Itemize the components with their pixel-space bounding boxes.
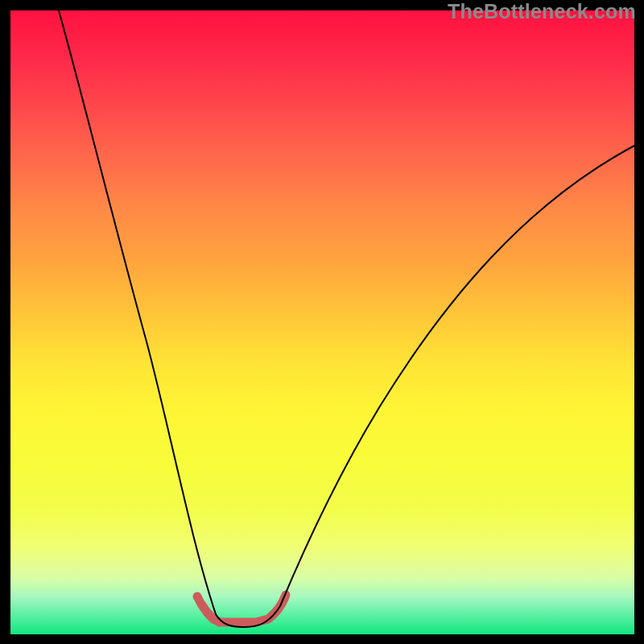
curve-layer — [10, 10, 634, 634]
bottleneck-curve — [59, 10, 634, 627]
plot-area — [10, 10, 634, 634]
chart-stage: TheBottleneck.com — [0, 0, 644, 644]
watermark-text: TheBottleneck.com — [448, 0, 636, 23]
